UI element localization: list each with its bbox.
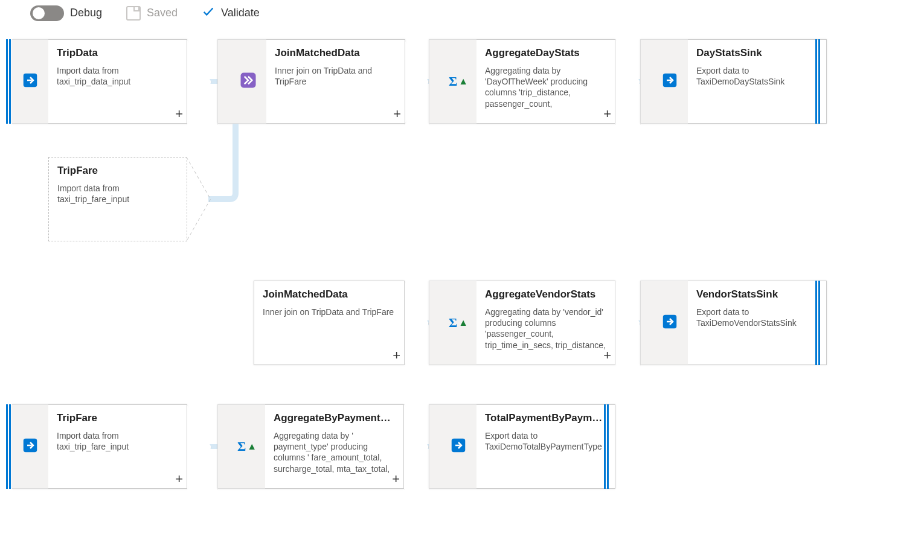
node-desc: Import data from taxi_trip_data_input (57, 65, 178, 87)
add-transformation-button[interactable]: + (392, 472, 400, 486)
node-desc: Inner join on TripData and TripFare (263, 307, 396, 317)
node-title: JoinMatchedData (263, 288, 396, 301)
saved-status: Saved (126, 6, 178, 21)
aggregate-icon: Σ▲ (237, 439, 257, 454)
node-chevron (404, 281, 429, 366)
aggregate-icon: Σ▲ (449, 315, 468, 331)
validate-button[interactable]: Validate (202, 5, 260, 21)
node-desc: Inner join on TripData and TripFare (275, 65, 396, 87)
node-desc: Export data to TaxiDemoDayStatsSink (696, 65, 818, 87)
node-aggregate-day[interactable]: Σ▲ AggregateDayStats Aggregating data by… (429, 39, 615, 124)
node-title: TripFare (57, 412, 178, 424)
add-transformation-button[interactable]: + (175, 107, 183, 121)
node-title: TripFare (57, 165, 178, 177)
aggregate-icon: Σ▲ (449, 74, 468, 89)
source-icon (21, 71, 39, 92)
node-aggregate-payment[interactable]: Σ▲ AggregateByPaymentTy… Aggregating dat… (217, 404, 404, 489)
node-icon-box: Σ▲ (429, 39, 476, 124)
debug-toggle-group: Debug (30, 5, 102, 21)
validate-label: Validate (221, 7, 260, 19)
node-desc: Aggregating data by ' payment_type' prod… (274, 430, 395, 474)
node-tripdata[interactable]: TripData Import data from taxi_trip_data… (12, 39, 187, 124)
node-desc: Import data from taxi_trip_fare_input (57, 183, 178, 205)
node-payment-sink[interactable]: TotalPaymentByPaymen… Export data to Tax… (429, 404, 615, 489)
node-chevron (404, 404, 429, 490)
node-aggregate-vendor[interactable]: Σ▲ AggregateVendorStats Aggregating data… (429, 281, 615, 365)
node-title: AggregateVendorStats (485, 288, 606, 301)
node-desc: Export data to TaxiDemoTotalByPaymentTyp… (485, 430, 606, 452)
node-title: TotalPaymentByPaymen… (485, 412, 606, 424)
pipeline-end-marker (815, 39, 821, 124)
add-transformation-button[interactable]: + (175, 472, 183, 486)
node-title: VendorStatsSink (696, 288, 818, 301)
pipeline-end-marker (604, 404, 610, 489)
node-chevron (615, 39, 640, 125)
node-icon-box (429, 404, 476, 489)
toolbar: Debug Saved Validate (0, 0, 924, 33)
node-tripfare-reference[interactable]: TripFare Import data from taxi_trip_fare… (48, 157, 187, 241)
node-icon-box: Σ▲ (429, 281, 476, 365)
save-icon (126, 6, 141, 21)
node-join-1[interactable]: JoinMatchedData Inner join on TripData a… (217, 39, 405, 124)
source-icon (21, 436, 39, 457)
add-transformation-button[interactable]: + (393, 349, 400, 362)
node-desc: Aggregating data by 'vendor_id' producin… (485, 307, 606, 351)
node-join-2[interactable]: JoinMatchedData Inner join on TripData a… (254, 281, 405, 365)
sink-icon (449, 436, 467, 457)
node-icon-box (640, 39, 688, 124)
node-icon-box: Σ▲ (217, 404, 265, 489)
node-title: TripData (57, 47, 178, 59)
node-title: AggregateByPaymentTy… (274, 412, 395, 424)
node-desc: Aggregating data by 'DayOfTheWeek' produ… (485, 65, 606, 109)
join-icon (239, 71, 257, 92)
debug-toggle[interactable] (30, 5, 64, 21)
node-day-sink[interactable]: DayStatsSink Export data to TaxiDemoDayS… (640, 39, 827, 124)
dataflow-canvas[interactable]: TripData Import data from taxi_trip_data… (0, 33, 924, 552)
node-desc: Export data to TaxiDemoVendorStatsSink (696, 307, 818, 328)
node-icon-box (12, 39, 48, 124)
node-icon-box (217, 39, 266, 124)
debug-label: Debug (70, 7, 102, 19)
node-icon-box (12, 404, 48, 489)
sink-icon (661, 313, 679, 333)
add-transformation-button[interactable]: + (603, 107, 611, 121)
node-title: AggregateDayStats (485, 47, 606, 59)
saved-label: Saved (147, 7, 178, 19)
node-chevron (187, 404, 211, 490)
check-icon (202, 5, 215, 21)
add-transformation-button[interactable]: + (393, 107, 401, 121)
node-chevron (615, 281, 640, 366)
node-chevron (404, 39, 429, 125)
node-desc: Import data from taxi_trip_fare_input (57, 430, 178, 452)
add-transformation-button[interactable]: + (603, 349, 611, 362)
node-vendor-sink[interactable]: VendorStatsSink Export data to TaxiDemoV… (640, 281, 827, 365)
sink-icon (661, 71, 679, 92)
node-title: DayStatsSink (696, 47, 818, 59)
pipeline-end-marker (815, 281, 821, 365)
node-tripfare[interactable]: TripFare Import data from taxi_trip_fare… (12, 404, 187, 489)
node-icon-box (640, 281, 688, 365)
pipeline-start-marker (6, 39, 12, 124)
pipeline-start-marker (6, 404, 12, 489)
node-title: JoinMatchedData (275, 47, 396, 59)
